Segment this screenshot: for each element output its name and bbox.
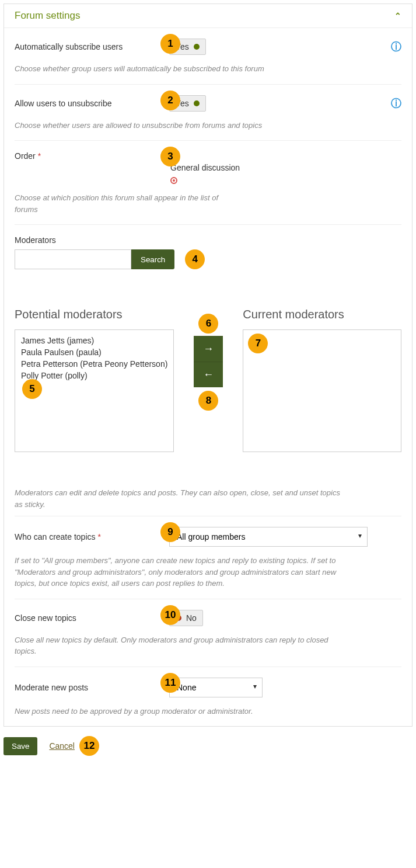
potential-header: Potential moderators <box>15 308 174 321</box>
callout-8: 8 <box>198 391 218 411</box>
panel-title: Forum settings <box>15 10 80 22</box>
order-option-label: General discussion <box>170 163 240 172</box>
current-listbox[interactable]: 7 <box>243 329 401 452</box>
add-moderator-button[interactable]: → <box>194 336 223 362</box>
moderate-new-label: Moderate new posts <box>15 683 169 692</box>
callout-6: 6 <box>198 314 218 334</box>
chevron-up-icon: ⌃ <box>394 11 401 20</box>
search-button[interactable]: Search <box>131 249 174 269</box>
info-icon[interactable]: ⓘ <box>391 96 401 110</box>
close-new-label: Close new topics <box>15 613 169 623</box>
info-icon[interactable]: ⓘ <box>391 40 401 54</box>
auto-subscribe-label: Automatically subscribe users <box>15 42 169 51</box>
toggle-label: No <box>186 613 197 623</box>
callout-12: 12 <box>79 736 99 756</box>
order-desc: Choose at which position this forum shal… <box>15 192 225 215</box>
list-item[interactable]: Paula Paulsen (paula) <box>21 346 167 358</box>
list-item[interactable]: James Jetts (james) <box>21 335 167 346</box>
toggle-label: Yes <box>176 42 189 51</box>
create-topics-select[interactable]: All group members <box>169 527 368 547</box>
current-header: Current moderators <box>243 308 401 321</box>
arrow-right-icon: → <box>203 343 214 355</box>
order-radio-top[interactable] <box>170 151 240 158</box>
panel-header[interactable]: Forum settings ⌃ <box>4 4 412 28</box>
order-radio-selected[interactable] <box>170 177 240 184</box>
auto-subscribe-toggle[interactable]: Yes <box>169 39 206 55</box>
toggle-on-icon <box>194 100 200 106</box>
allow-unsub-label: Allow users to unsubscribe <box>15 99 169 108</box>
save-button[interactable]: Save <box>4 737 37 755</box>
allow-unsub-toggle[interactable]: Yes <box>169 95 206 112</box>
list-item[interactable]: Petra Petterson (Petra Peony Petterson) <box>21 358 167 370</box>
moderate-new-select[interactable]: None <box>169 678 263 697</box>
close-new-toggle[interactable]: No <box>169 610 203 626</box>
remove-moderator-button[interactable]: ← <box>194 362 223 387</box>
order-label: Order* <box>15 151 169 161</box>
moderators-desc: Moderators can edit and delete topics an… <box>15 487 341 510</box>
potential-listbox[interactable]: James Jetts (james) Paula Paulsen (paula… <box>15 329 174 452</box>
radio-on-icon <box>170 177 177 184</box>
toggle-off-icon <box>176 615 181 621</box>
moderators-search-input[interactable] <box>15 249 131 269</box>
allow-unsub-desc: Choose whether users are allowed to unsu… <box>15 120 401 131</box>
callout-4: 4 <box>185 249 205 269</box>
create-topics-label: Who can create topics* <box>15 532 169 541</box>
list-item[interactable]: Polly Potter (polly) <box>21 370 167 381</box>
cancel-link[interactable]: Cancel <box>49 741 75 751</box>
radio-off-icon <box>170 151 177 158</box>
callout-5: 5 <box>22 379 42 399</box>
auto-subscribe-desc: Choose whether group users will automati… <box>15 63 401 75</box>
forum-settings-panel: Forum settings ⌃ Automatically subscribe… <box>4 4 412 727</box>
callout-7: 7 <box>248 334 268 353</box>
create-topics-desc: If set to "All group members", anyone ca… <box>15 555 353 589</box>
moderate-new-desc: New posts need to be approved by a group… <box>15 706 401 717</box>
toggle-label: Yes <box>176 99 189 108</box>
toggle-on-icon <box>194 44 200 50</box>
arrow-left-icon: ← <box>203 369 214 381</box>
moderators-label: Moderators <box>15 235 169 245</box>
close-new-desc: Close all new topics by default. Only mo… <box>15 634 341 657</box>
